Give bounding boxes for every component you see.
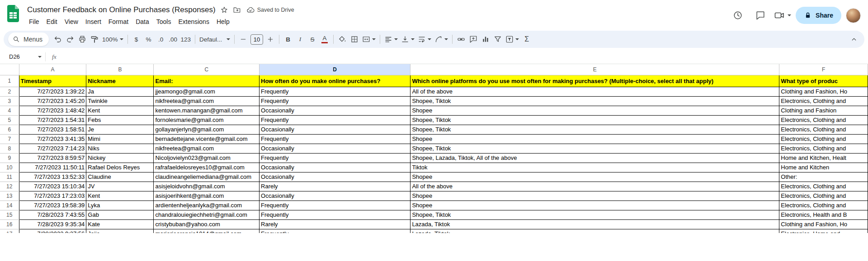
functions-button[interactable]: Σ [521, 33, 533, 46]
cell-F12[interactable]: Electronics, Clothing and [779, 182, 868, 191]
font-size-input[interactable]: 10 [250, 34, 263, 45]
cell-F8[interactable]: Electronics, Clothing and [779, 144, 868, 153]
menu-item-format[interactable]: Format [105, 17, 132, 27]
cell-D8[interactable]: Occasionally [259, 144, 410, 153]
column-header-B[interactable]: B [86, 64, 154, 75]
menu-item-data[interactable]: Data [132, 17, 153, 27]
cell-B1[interactable]: Nickname [86, 75, 154, 87]
cell-D1[interactable]: How often do you make online purchases? [259, 75, 410, 87]
cell-D10[interactable]: Occasionally [259, 163, 410, 172]
cell-F6[interactable]: Electronics, Clothing and [779, 125, 868, 134]
cell-D16[interactable]: Rarely [259, 219, 410, 229]
row-header-16[interactable]: 16 [0, 219, 19, 229]
cell-B5[interactable]: Febs [86, 115, 154, 125]
row-header-2[interactable]: 2 [0, 87, 19, 96]
font-family-select[interactable]: Defaul... [198, 33, 231, 46]
cell-A9[interactable]: 7/27/2023 8:59:57 [19, 153, 86, 163]
cell-C11[interactable]: claudineangeliemediana@gmail.com [154, 172, 259, 182]
cell-F1[interactable]: What type of produc [779, 75, 868, 87]
cell-F13[interactable]: Electronics, Clothing and [779, 191, 868, 200]
vertical-align-button[interactable] [400, 33, 416, 46]
row-header-5[interactable]: 5 [0, 115, 19, 125]
share-button[interactable]: Share [796, 7, 841, 24]
menu-item-view[interactable]: View [61, 17, 82, 27]
cell-A2[interactable]: 7/27/2023 1:39:22 [19, 87, 86, 96]
cell-B13[interactable]: Kent [86, 191, 154, 200]
cell-A6[interactable]: 7/27/2023 1:58:51 [19, 125, 86, 134]
text-wrap-button[interactable] [416, 33, 433, 46]
cell-D17[interactable]: Frequently [259, 229, 410, 233]
cell-C16[interactable]: cristybuban@yahoo.com [154, 219, 259, 229]
menus-search-button[interactable]: Menus [8, 33, 49, 46]
cell-C10[interactable]: rafrafaeldelosreyes10@gmail.com [154, 163, 259, 172]
row-header-3[interactable]: 3 [0, 96, 19, 106]
cell-B3[interactable]: Twinkle [86, 96, 154, 106]
row-header-10[interactable]: 10 [0, 163, 19, 172]
cell-B12[interactable]: JV [86, 182, 154, 191]
cell-B11[interactable]: Claudine [86, 172, 154, 182]
cell-F9[interactable]: Home and Kitchen, Healt [779, 153, 868, 163]
decrease-decimal-button[interactable]: .0 [155, 33, 167, 46]
cell-C14[interactable]: ardientenheljeanlyka@gmail.com [154, 200, 259, 210]
create-filter-button[interactable] [492, 33, 504, 46]
version-history-button[interactable] [729, 6, 747, 24]
cell-E15[interactable]: Shopee, Tiktok [410, 210, 779, 219]
cell-F11[interactable]: Other: [779, 172, 868, 182]
cell-F16[interactable]: Clothing and Fashion, Ho [779, 219, 868, 229]
cell-B8[interactable]: Niks [86, 144, 154, 153]
cell-C8[interactable]: nikfreetea@gmail.com [154, 144, 259, 153]
column-header-F[interactable]: F [779, 64, 868, 75]
move-to-folder-button[interactable] [231, 5, 243, 15]
column-header-D[interactable]: D [259, 64, 410, 75]
cell-B15[interactable]: Gab [86, 210, 154, 219]
cell-A4[interactable]: 7/27/2023 1:48:42 [19, 106, 86, 115]
horizontal-align-button[interactable] [383, 33, 399, 46]
cell-F5[interactable]: Electronics, Clothing and [779, 115, 868, 125]
menu-item-help[interactable]: Help [213, 17, 233, 27]
sheets-logo[interactable] [6, 5, 20, 23]
cell-A11[interactable]: 7/27/2023 13:52:33 [19, 172, 86, 182]
cell-D14[interactable]: Frequently [259, 200, 410, 210]
cell-E11[interactable]: Shopee [410, 172, 779, 182]
menu-item-edit[interactable]: Edit [43, 17, 61, 27]
cell-B7[interactable]: Mimi [86, 134, 154, 144]
cell-C17[interactable]: marjorieorencia1014@gmail.com [154, 229, 259, 233]
cell-F15[interactable]: Electronics, Health and B [779, 210, 868, 219]
cell-A8[interactable]: 7/27/2023 7:14:23 [19, 144, 86, 153]
row-header-8[interactable]: 8 [0, 144, 19, 153]
star-button[interactable] [218, 5, 230, 15]
cell-C7[interactable]: bernadettejane.vicente@gmail.com [154, 134, 259, 144]
cell-E3[interactable]: Shopee, Tiktok [410, 96, 779, 106]
name-box[interactable]: D26 [5, 53, 44, 60]
cell-A17[interactable]: 7/28/2023 9:37:56 [19, 229, 86, 233]
comments-button[interactable] [751, 6, 769, 24]
cell-A15[interactable]: 7/28/2023 7:43:55 [19, 210, 86, 219]
cell-E14[interactable]: Shopee [410, 200, 779, 210]
cell-E7[interactable]: Shopee [410, 134, 779, 144]
row-header-1[interactable]: 1 [0, 75, 19, 87]
document-title[interactable]: Customer Feedback on Online Purchases (R… [25, 5, 217, 14]
cell-B4[interactable]: Kent [86, 106, 154, 115]
cell-F7[interactable]: Electronics, Clothing and [779, 134, 868, 144]
cell-E4[interactable]: Shopee [410, 106, 779, 115]
row-header-6[interactable]: 6 [0, 125, 19, 134]
cell-E2[interactable]: All of the above [410, 87, 779, 96]
cell-A14[interactable]: 7/27/2023 19:58:39 [19, 200, 86, 210]
borders-button[interactable] [349, 33, 360, 46]
format-percent-button[interactable]: % [143, 33, 155, 46]
cell-C3[interactable]: nikfreetea@gmail.com [154, 96, 259, 106]
zoom-select[interactable]: 100% [101, 33, 125, 46]
increase-decimal-button[interactable]: .00 [167, 33, 179, 46]
meet-share-button[interactable] [774, 10, 791, 21]
select-all-corner[interactable] [0, 64, 19, 75]
cell-A16[interactable]: 7/28/2023 9:35:34 [19, 219, 86, 229]
row-header-7[interactable]: 7 [0, 134, 19, 144]
cell-D3[interactable]: Frequently [259, 96, 410, 106]
bold-button[interactable]: B [282, 33, 294, 46]
row-header-17[interactable]: 17 [0, 229, 19, 233]
cell-A7[interactable]: 7/27/2023 3:41:35 [19, 134, 86, 144]
paint-format-button[interactable] [89, 33, 100, 46]
cell-A3[interactable]: 7/27/2023 1:45:20 [19, 96, 86, 106]
cell-C15[interactable]: chandralouiegiechhetri@gmail.com [154, 210, 259, 219]
cell-A1[interactable]: Timestamp [19, 75, 86, 87]
